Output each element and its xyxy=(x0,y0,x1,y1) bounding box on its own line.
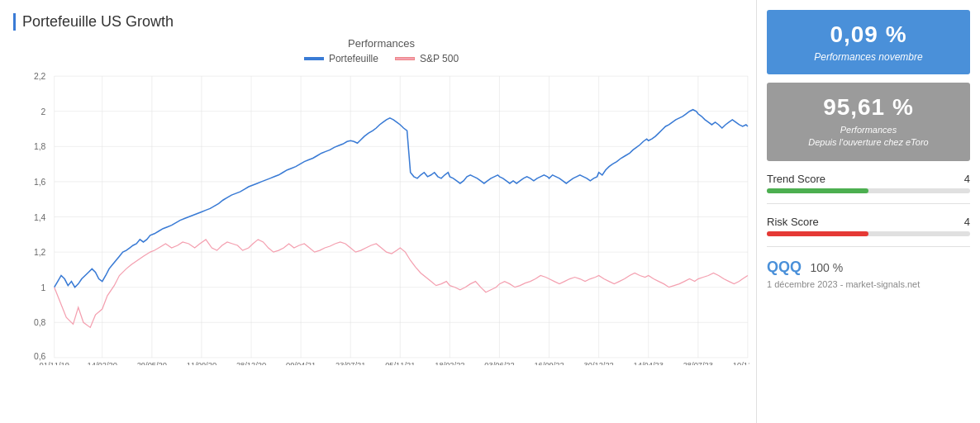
svg-text:1,4: 1,4 xyxy=(34,213,46,222)
svg-text:0,6: 0,6 xyxy=(34,352,46,361)
risk-score-bar xyxy=(767,231,868,236)
svg-text:01/11/19: 01/11/19 xyxy=(40,361,69,365)
chart-title: Performances xyxy=(13,37,749,50)
svg-text:23/07/21: 23/07/21 xyxy=(335,361,365,365)
legend-color-pink xyxy=(395,57,415,60)
perf-november-label: Performances novembre xyxy=(775,51,962,63)
svg-text:1,8: 1,8 xyxy=(34,142,46,151)
legend-sp500: S&P 500 xyxy=(395,53,459,64)
svg-text:14/02/20: 14/02/20 xyxy=(88,361,117,365)
chart-area: 2,2 2 1,8 1,6 1,4 1,2 1 0,8 0,6 01/11/19… xyxy=(13,68,749,365)
risk-score-section: Risk Score 4 xyxy=(767,212,970,247)
svg-text:14/04/23: 14/04/23 xyxy=(634,361,664,365)
svg-text:03/06/22: 03/06/22 xyxy=(484,361,514,365)
legend-portfolio: Portefeuille xyxy=(304,53,378,64)
svg-text:1,6: 1,6 xyxy=(34,178,46,187)
qqq-percentage: 100 % xyxy=(810,261,843,274)
qqq-section: QQQ 100 % 1 décembre 2023 - market-signa… xyxy=(767,255,970,292)
svg-text:30/12/22: 30/12/22 xyxy=(584,361,614,365)
left-panel: Portefeuille US Growth Performances Port… xyxy=(0,0,757,423)
qqq-date: 1 décembre 2023 - market-signals.net xyxy=(767,279,970,289)
perf-november-value: 0,09 % xyxy=(775,21,962,48)
perf-since-open-box: 95,61 % Performances Depuis l'ouverture … xyxy=(767,83,970,161)
qqq-ticker: QQQ xyxy=(767,259,802,275)
trend-score-value: 4 xyxy=(964,173,970,185)
legend-portfolio-label: Portefeuille xyxy=(329,53,378,64)
trend-score-label: Trend Score xyxy=(767,173,825,185)
svg-text:1: 1 xyxy=(41,283,46,292)
svg-text:29/05/20: 29/05/20 xyxy=(137,361,167,365)
risk-score-label: Risk Score xyxy=(767,216,819,228)
page-title: Portefeuille US Growth xyxy=(13,13,749,31)
trend-score-section: Trend Score 4 xyxy=(767,169,970,204)
svg-text:09/04/21: 09/04/21 xyxy=(286,361,316,365)
chart-legend: Portefeuille S&P 500 xyxy=(13,53,749,64)
perf-november-box: 0,09 % Performances novembre xyxy=(767,10,970,74)
perf-since-open-label: Performances Depuis l'ouverture chez eTo… xyxy=(775,124,962,150)
svg-text:28/12/20: 28/12/20 xyxy=(236,361,266,365)
legend-sp500-label: S&P 500 xyxy=(420,53,459,64)
legend-color-blue xyxy=(304,57,324,60)
right-panel: 0,09 % Performances novembre 95,61 % Per… xyxy=(757,0,980,423)
svg-text:0,8: 0,8 xyxy=(34,318,46,327)
qqq-ticker-row: QQQ 100 % xyxy=(767,259,970,276)
svg-text:1,2: 1,2 xyxy=(34,248,46,257)
svg-text:2,2: 2,2 xyxy=(34,72,46,81)
svg-text:28/07/23: 28/07/23 xyxy=(683,361,713,365)
svg-text:18/02/22: 18/02/22 xyxy=(435,361,464,365)
svg-text:10/11/23: 10/11/23 xyxy=(733,361,749,365)
trend-score-bar xyxy=(767,188,868,193)
svg-text:05/11/21: 05/11/21 xyxy=(385,361,415,365)
risk-score-row: Risk Score 4 xyxy=(767,216,970,228)
perf-since-open-value: 95,61 % xyxy=(775,94,962,121)
svg-text:16/09/22: 16/09/22 xyxy=(534,361,564,365)
chart-container: Performances Portefeuille S&P 500 xyxy=(13,37,749,384)
svg-text:2: 2 xyxy=(41,107,46,116)
risk-score-value: 4 xyxy=(964,216,970,228)
risk-score-bar-bg xyxy=(767,231,970,236)
trend-score-bar-bg xyxy=(767,188,970,193)
svg-text:11/09/20: 11/09/20 xyxy=(187,361,216,365)
trend-score-row: Trend Score 4 xyxy=(767,173,970,185)
